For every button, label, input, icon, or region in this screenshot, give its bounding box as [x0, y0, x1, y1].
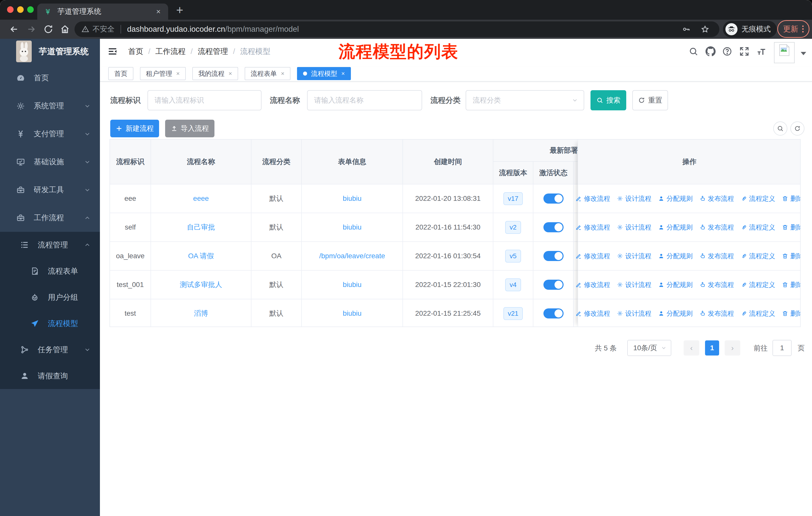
- window-close-button[interactable]: [7, 6, 13, 13]
- action-publish[interactable]: 发布流程: [699, 309, 734, 318]
- action-edit[interactable]: 修改流程: [575, 280, 610, 289]
- action-edit[interactable]: 修改流程: [575, 309, 610, 318]
- forward-icon[interactable]: [26, 24, 36, 34]
- url-bar[interactable]: 不安全 dashboard.yudao.iocoder.cn/bpm/manag…: [75, 21, 719, 37]
- font-size-icon[interactable]: [756, 46, 766, 56]
- search-button[interactable]: 搜索: [590, 90, 626, 110]
- cell-link[interactable]: biubiu: [343, 309, 362, 318]
- action-delete[interactable]: 删除: [782, 280, 801, 289]
- help-icon[interactable]: [722, 46, 732, 56]
- avatar-caret-icon[interactable]: [801, 52, 806, 55]
- action-publish[interactable]: 发布流程: [699, 223, 734, 232]
- sidebar-item-devtools[interactable]: 研发工具: [0, 176, 100, 204]
- reset-button[interactable]: 重置: [632, 90, 668, 110]
- action-design[interactable]: 设计流程: [617, 194, 651, 203]
- version-badge[interactable]: v5: [505, 250, 521, 263]
- sidebar-item-system[interactable]: 系统管理: [0, 92, 100, 120]
- goto-page-input[interactable]: [773, 340, 792, 356]
- cell-link[interactable]: 自己审批: [187, 222, 215, 232]
- browser-tab[interactable]: 芋道管理系统 ×: [37, 3, 168, 20]
- github-icon[interactable]: [705, 46, 716, 56]
- new-tab-button[interactable]: +: [176, 3, 183, 17]
- fullscreen-icon[interactable]: [739, 46, 749, 56]
- back-icon[interactable]: [9, 24, 19, 34]
- action-publish[interactable]: 发布流程: [699, 194, 734, 203]
- filter-category-select[interactable]: 流程分类: [466, 90, 584, 110]
- sidebar-item-process-form[interactable]: 流程表单: [0, 258, 100, 284]
- active-toggle[interactable]: [544, 222, 563, 232]
- action-design[interactable]: 设计流程: [617, 309, 651, 318]
- action-design[interactable]: 设计流程: [617, 280, 651, 289]
- tag-close-icon[interactable]: ×: [229, 70, 232, 77]
- cell-link[interactable]: biubiu: [343, 223, 362, 231]
- action-delete[interactable]: 删除: [782, 223, 801, 232]
- tag-首页[interactable]: 首页: [108, 67, 134, 80]
- active-toggle[interactable]: [544, 308, 563, 319]
- cell-link[interactable]: OA 请假: [188, 251, 214, 261]
- breadcrumb-workflow[interactable]: 工作流程: [155, 46, 185, 57]
- action-design[interactable]: 设计流程: [617, 223, 651, 232]
- sidebar-fold-icon[interactable]: [108, 46, 118, 56]
- reload-icon[interactable]: [43, 24, 53, 34]
- import-process-button[interactable]: 导入流程: [165, 120, 214, 137]
- window-zoom-button[interactable]: [27, 6, 34, 13]
- cell-link[interactable]: 测试多审批人: [180, 280, 222, 290]
- page-size-select[interactable]: 10条/页: [627, 340, 671, 356]
- action-assign[interactable]: 分配规则: [658, 280, 693, 289]
- page-1-button[interactable]: 1: [705, 341, 719, 355]
- action-design[interactable]: 设计流程: [617, 252, 651, 261]
- action-publish[interactable]: 发布流程: [699, 280, 734, 289]
- tag-close-icon[interactable]: ×: [341, 70, 345, 77]
- action-delete[interactable]: 删除: [782, 309, 801, 318]
- tag-流程表单[interactable]: 流程表单×: [245, 67, 290, 80]
- sidebar-item-task-manage[interactable]: 任务管理: [0, 336, 100, 363]
- key-icon[interactable]: [682, 25, 691, 33]
- next-page-button[interactable]: ›: [725, 341, 740, 355]
- version-badge[interactable]: v21: [503, 307, 523, 320]
- action-definition[interactable]: 流程定义: [741, 223, 775, 232]
- action-edit[interactable]: 修改流程: [575, 194, 610, 203]
- filter-key-input[interactable]: [147, 90, 262, 110]
- toggle-search-button[interactable]: [773, 121, 787, 136]
- sidebar-item-payment[interactable]: 支付管理: [0, 120, 100, 148]
- home-icon[interactable]: [60, 24, 70, 34]
- action-assign[interactable]: 分配规则: [658, 252, 693, 261]
- sidebar-item-process-manage[interactable]: 流程管理: [0, 232, 100, 258]
- tag-close-icon[interactable]: ×: [281, 70, 284, 77]
- sidebar-item-workflow[interactable]: 工作流程: [0, 204, 100, 232]
- sidebar-item-infrastructure[interactable]: 基础设施: [0, 148, 100, 176]
- action-definition[interactable]: 流程定义: [741, 252, 775, 261]
- tag-close-icon[interactable]: ×: [176, 70, 180, 77]
- browser-menu-icon[interactable]: [802, 25, 804, 32]
- active-toggle[interactable]: [544, 193, 563, 203]
- cell-link[interactable]: /bpm/oa/leave/create: [319, 252, 385, 260]
- version-badge[interactable]: v2: [505, 221, 521, 234]
- tab-close-icon[interactable]: ×: [155, 7, 162, 16]
- update-button[interactable]: 更新: [777, 20, 810, 38]
- action-assign[interactable]: 分配规则: [658, 223, 693, 232]
- action-edit[interactable]: 修改流程: [575, 252, 610, 261]
- cell-link[interactable]: 滔博: [194, 309, 208, 318]
- action-edit[interactable]: 修改流程: [575, 223, 610, 232]
- window-minimize-button[interactable]: [17, 6, 24, 13]
- sidebar-item-process-model[interactable]: 流程模型: [0, 310, 100, 336]
- action-definition[interactable]: 流程定义: [741, 194, 775, 203]
- avatar[interactable]: [774, 42, 794, 63]
- tag-流程模型[interactable]: 流程模型×: [297, 67, 351, 80]
- bookmark-star-icon[interactable]: [701, 25, 709, 33]
- sidebar-item-user-group[interactable]: 用户分组: [0, 284, 100, 310]
- cell-link[interactable]: biubiu: [343, 281, 362, 289]
- action-delete[interactable]: 删除: [782, 252, 801, 261]
- action-delete[interactable]: 删除: [782, 194, 801, 203]
- filter-name-input[interactable]: [307, 90, 422, 110]
- action-definition[interactable]: 流程定义: [741, 280, 775, 289]
- action-definition[interactable]: 流程定义: [741, 309, 775, 318]
- cell-link[interactable]: biubiu: [343, 194, 362, 202]
- sidebar-item-leave-query[interactable]: 请假查询: [0, 363, 100, 389]
- breadcrumb-process-manage[interactable]: 流程管理: [198, 46, 228, 57]
- version-badge[interactable]: v17: [503, 192, 523, 205]
- sidebar-item-home[interactable]: 首页: [0, 64, 100, 92]
- version-badge[interactable]: v4: [505, 278, 521, 291]
- active-toggle[interactable]: [544, 280, 563, 290]
- action-publish[interactable]: 发布流程: [699, 252, 734, 261]
